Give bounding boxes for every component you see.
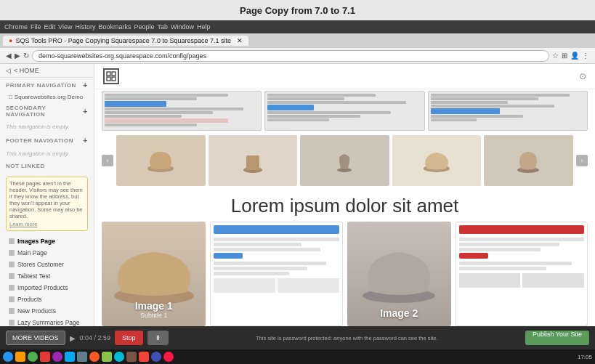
extensions-icon[interactable]: ⊞ <box>562 52 567 60</box>
view-menu[interactable]: View <box>58 23 72 31</box>
page-icon <box>9 320 15 325</box>
active-tab[interactable]: ● SQS Tools PRO - Page Copying Squarespa… <box>3 36 248 46</box>
panel-image-2: Image 2 <box>347 222 451 326</box>
gallery-prev-button[interactable]: ‹ <box>102 155 113 166</box>
play-icon[interactable]: ▶ <box>70 334 76 342</box>
secondary-nav-header: SECONDARY NAVIGATION + <box>0 102 94 121</box>
gallery-row: ‹ <box>94 132 595 189</box>
taskbar-item-5[interactable] <box>52 352 62 362</box>
svg-rect-1 <box>112 72 116 76</box>
taskbar-item-14[interactable] <box>163 352 174 362</box>
taskbar-item-6[interactable] <box>65 352 75 362</box>
learn-more-link[interactable]: Learn more <box>9 221 84 227</box>
taskbar-item-8[interactable] <box>89 352 100 362</box>
back-button[interactable]: ◀ <box>6 52 12 60</box>
tab-favicon: ● <box>9 37 12 44</box>
sidebar-item-lazy-summaries-page[interactable]: Lazy Summaries Page <box>0 317 94 326</box>
taskbar-item-11[interactable] <box>126 352 137 362</box>
footer-nav-empty: This navigation is empty. <box>0 147 94 160</box>
taskbar-item-9[interactable] <box>102 352 112 362</box>
publish-button[interactable]: Publish Your Site <box>525 331 589 345</box>
secondary-nav-add-icon[interactable]: + <box>83 107 88 116</box>
tab-close-icon[interactable]: ✕ <box>237 37 243 44</box>
main-content: ◁ < HOME PRIMARY NAVIGATION + □ Squarewe… <box>0 64 595 326</box>
screenshots-row <box>94 89 595 132</box>
not-linked-header: NOT LINKED <box>0 160 94 172</box>
sidebar-item-images-page[interactable]: Images Page <box>0 235 94 247</box>
bottom-panels: Image 1 Subtitle 1 <box>94 222 595 326</box>
time-display: 0:04 / 2:59 <box>80 334 111 341</box>
sidebar-home-link[interactable]: ◁ < HOME <box>0 64 94 78</box>
taskbar-item-4[interactable] <box>40 352 50 362</box>
screenshot-3 <box>428 91 588 131</box>
people-menu[interactable]: People <box>134 23 154 31</box>
address-bar: ◀ ▶ ↻ demo-squarewebsites-org.squarespac… <box>0 48 595 64</box>
sidebar-item-new-products[interactable]: New Products <box>0 305 94 317</box>
not-linked-desc: These pages aren't in the header. Visito… <box>9 180 83 219</box>
gallery-thumb-5[interactable] <box>484 135 573 186</box>
url-bar[interactable]: demo-squarewebsites-org.squarespace.com/… <box>32 50 549 62</box>
taskbar-item-3[interactable] <box>28 352 38 362</box>
gallery-thumb-1[interactable] <box>116 135 206 186</box>
taskbar-time: 17:05 <box>578 354 592 360</box>
primary-nav-add-icon[interactable]: + <box>83 81 88 89</box>
history-menu[interactable]: History <box>75 23 95 31</box>
forward-button[interactable]: ▶ <box>15 52 20 60</box>
home-icon: ◁ <box>6 67 11 74</box>
panel-1-overlay: Image 1 Subtitle 1 <box>102 222 206 326</box>
page-icon <box>9 238 15 244</box>
footer-nav-add-icon[interactable]: + <box>83 136 88 145</box>
svg-rect-0 <box>107 72 110 76</box>
pause-button[interactable]: ⏸ <box>147 331 169 345</box>
browser-chrome: Chrome File Edit View History Bookmarks … <box>0 20 595 33</box>
sidebar-item-products[interactable]: Products <box>0 294 94 305</box>
taskbar-item-1[interactable] <box>3 352 13 362</box>
screenshot-button-2 <box>459 253 488 259</box>
more-videos-button[interactable]: MORE VIDEOS <box>6 331 65 345</box>
sidebar-item-tabtest[interactable]: Tabtest Test <box>0 270 94 282</box>
gallery-thumb-3[interactable] <box>300 135 389 186</box>
reload-button[interactable]: ↻ <box>23 52 29 60</box>
stop-button[interactable]: Stop <box>115 331 143 345</box>
tab-menu[interactable]: Tab <box>157 23 168 31</box>
taskbar-item-10[interactable] <box>114 352 124 362</box>
panel-screenshot-2 <box>456 222 588 326</box>
title-bar: Page Copy from 7.0 to 7.1 <box>0 0 595 20</box>
site-logo <box>103 68 119 84</box>
primary-nav-site[interactable]: □ Squarewebsites.org Demo <box>0 92 94 102</box>
page-content-area: ⊙ <box>94 64 595 326</box>
taskbar: 17:05 <box>0 349 595 364</box>
chrome-menu-item[interactable]: Chrome <box>4 23 28 31</box>
help-menu[interactable]: Help <box>197 23 211 31</box>
page-top-bar: ⊙ <box>94 64 595 89</box>
sidebar: ◁ < HOME PRIMARY NAVIGATION + □ Squarewe… <box>0 64 94 326</box>
page-icon <box>9 250 15 256</box>
panel-1-subtitle: Subtitle 1 <box>140 312 168 319</box>
panel-image-1: Image 1 Subtitle 1 <box>102 222 206 326</box>
taskbar-item-7[interactable] <box>77 352 87 362</box>
sidebar-item-main-page[interactable]: Main Page <box>0 247 94 259</box>
edit-menu[interactable]: Edit <box>44 23 56 31</box>
menu-icon[interactable]: ⋮ <box>582 52 589 60</box>
gallery-next-button[interactable]: › <box>576 155 588 166</box>
page-icon <box>9 308 15 314</box>
window-menu[interactable]: Window <box>171 23 194 31</box>
screenshot-button <box>214 253 243 259</box>
svg-rect-2 <box>107 77 110 81</box>
bookmark-icon[interactable]: ☆ <box>552 52 559 60</box>
file-menu[interactable]: File <box>31 23 41 31</box>
sidebar-item-imported-products[interactable]: Imported Products <box>0 282 94 294</box>
bookmarks-menu[interactable]: Bookmarks <box>98 23 131 31</box>
screenshot-1 <box>102 91 262 131</box>
gallery-thumb-4[interactable] <box>392 135 482 186</box>
sidebar-item-stores[interactable]: Stores Customer <box>0 259 94 270</box>
panel-2-label: Image 2 <box>380 307 418 319</box>
gallery-thumb-2[interactable] <box>209 135 298 186</box>
taskbar-item-12[interactable] <box>139 352 149 362</box>
profile-icon[interactable]: 👤 <box>570 52 579 60</box>
taskbar-item-13[interactable] <box>151 352 161 362</box>
secondary-nav-empty: This navigation is empty. <box>0 121 94 133</box>
home-label: < HOME <box>14 67 39 74</box>
svg-rect-3 <box>112 77 116 81</box>
taskbar-item-2[interactable] <box>15 352 25 362</box>
